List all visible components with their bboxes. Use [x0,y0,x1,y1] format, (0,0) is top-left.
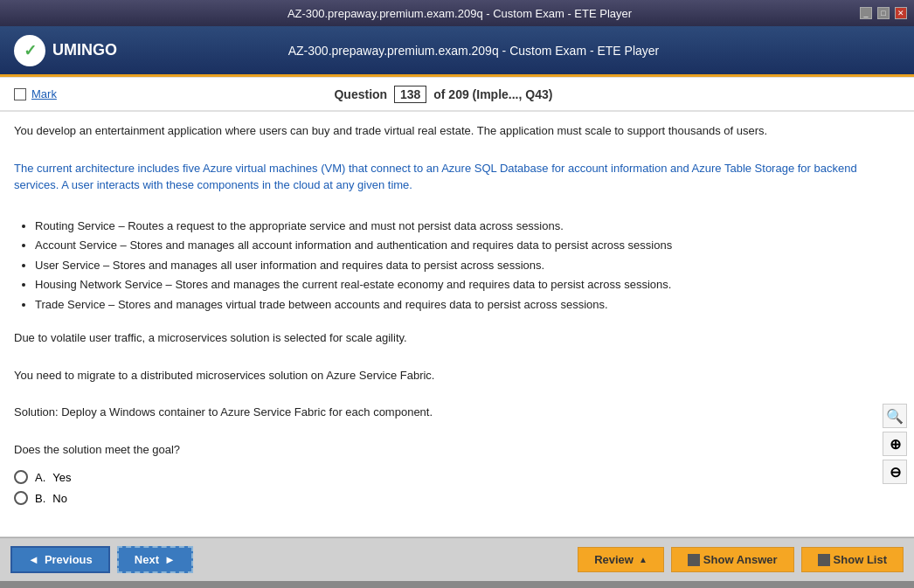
bottom-action-bar: Save Session End Exam [0,581,914,588]
zoom-out-button[interactable]: ⊖ [883,460,907,484]
question-header: Mark Question 138 of 209 (Imple..., Q43) [0,77,914,112]
paragraph3: Due to volatile user traffic, a microser… [14,329,900,347]
paragraph4: You need to migrate to a distributed mic… [14,367,900,384]
logo-icon: ✓ [14,35,45,66]
logo-checkmark: ✓ [24,41,37,60]
show-answer-button[interactable]: Show Answer [671,547,794,572]
next-button[interactable]: Next ► [117,546,193,573]
radio-a[interactable] [14,470,28,484]
mark-check-box[interactable] [14,88,26,100]
option-b[interactable]: B. No [14,491,900,505]
show-list-icon [818,554,830,566]
review-chevron-icon: ▲ [639,555,647,564]
list-item: Routing Service – Routes a request to th… [35,218,900,235]
paragraph1: You develop an entertainment application… [14,122,900,140]
next-arrow-icon: ► [164,553,176,566]
maximize-button[interactable]: □ [877,7,890,19]
logo-area: ✓ UMINGO [14,35,117,66]
header-title: AZ-300.prepaway.premium.exam.209q - Cust… [117,44,830,58]
logo-text: UMINGO [52,41,117,59]
option-b-text: No [52,492,67,505]
option-a-letter: A. [35,471,45,484]
review-button[interactable]: Review ▲ [578,547,664,572]
radio-b[interactable] [14,491,28,505]
mark-checkbox[interactable]: Mark [14,87,57,100]
option-a-text: Yes [52,471,71,484]
window-controls[interactable]: _ □ ✕ [860,7,907,19]
previous-label: Previous [45,553,93,566]
question-of-text: of 209 (Imple..., Q43) [433,87,552,101]
list-item: User Service – Stores and manages all us… [35,257,900,274]
mark-label[interactable]: Mark [31,87,57,100]
show-answer-icon [688,554,700,566]
question-label: Question [334,87,387,101]
zoom-in-button[interactable]: ⊕ [883,432,907,456]
previous-button[interactable]: ◄ Previous [10,546,110,573]
question-text: Does the solution meet the goal? [14,441,900,459]
minimize-button[interactable]: _ [860,7,872,19]
answer-options: A. Yes B. No [14,470,900,505]
title-bar: AZ-300.prepaway.premium.exam.209q - Cust… [0,0,914,26]
show-list-button[interactable]: Show List [801,547,904,572]
option-a[interactable]: A. Yes [14,470,900,484]
bottom-nav: ◄ Previous Next ► Review ▲ Show Answer S… [0,537,914,581]
title-bar-text: AZ-300.prepaway.premium.exam.209q - Cust… [287,7,632,20]
list-item: Account Service – Stores and manages all… [35,237,900,254]
review-label: Review [594,553,634,566]
tools-sidebar: 🔍 ⊕ ⊖ [883,404,907,484]
show-list-label: Show List [834,553,887,566]
show-answer-label: Show Answer [703,553,778,566]
paragraph5: Solution: Deploy a Windows container to … [14,404,900,421]
next-label: Next [135,553,159,566]
main-content: You develop an entertainment application… [0,112,914,537]
list-item: Trade Service – Stores and manages virtu… [35,296,900,314]
close-button[interactable]: ✕ [895,7,907,19]
paragraph2: The current architecture includes five A… [14,160,900,194]
question-number-area: Question 138 of 209 (Imple..., Q43) [57,86,830,103]
app-header: ✓ UMINGO AZ-300.prepaway.premium.exam.20… [0,26,914,77]
option-b-letter: B. [35,492,45,505]
prev-arrow-icon: ◄ [28,553,39,566]
question-number-box: 138 [394,86,426,103]
search-tool-button[interactable]: 🔍 [883,404,907,428]
bullet-list: Routing Service – Routes a request to th… [35,218,900,314]
list-item: Housing Network Service – Stores and man… [35,276,900,294]
